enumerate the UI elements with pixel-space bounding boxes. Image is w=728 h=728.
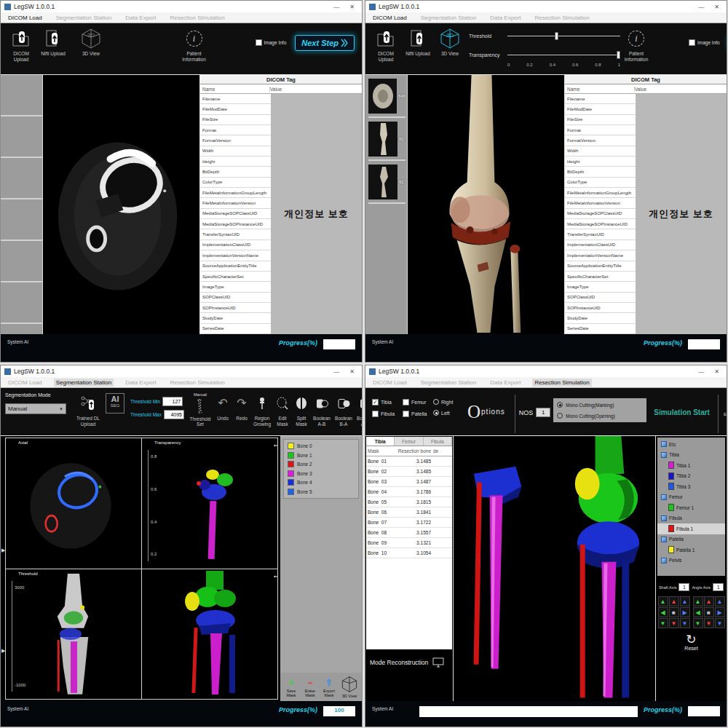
transform-button[interactable]: ◀ [693,607,703,617]
mask-legend-item[interactable]: Bone 5 [288,488,355,495]
menu-item[interactable]: Resection Simulation [167,14,226,22]
view-3d-button[interactable]: 3D View [339,676,360,698]
minimize-button[interactable]: — [695,4,708,10]
right-side-radio[interactable]: Right [433,399,459,405]
transform-button[interactable]: ▲ [715,596,725,606]
shaft-axis-input[interactable] [678,583,689,591]
series-sidebar[interactable]: 646 82 82 [365,75,408,334]
image-info-checkbox[interactable]: Image Info [689,39,720,46]
transform-button[interactable]: ▼ [693,618,703,628]
table-row[interactable]: Bone_10 3.1054 [366,548,452,558]
transform-button[interactable]: ▶ [715,607,725,617]
export-project-button[interactable]: Export Project File [722,397,727,423]
transform-button[interactable]: ▲ [669,596,679,606]
mask-legend-item[interactable]: Bone 4 [288,479,355,486]
nifti-upload-button[interactable]: Nifti Upload [402,28,434,57]
transform-button[interactable]: ▲ [658,596,668,606]
transform-button[interactable]: ▼ [680,618,690,628]
boolean-a-plus-b-button[interactable]: Boolean A+B [355,392,363,427]
threshold-slider[interactable] [507,36,620,36]
series-slot[interactable] [1,158,42,199]
tree-item[interactable]: Fibula 1 [657,523,725,534]
tree-item[interactable]: Tibia 1 [657,460,725,471]
threshold-max-input[interactable] [164,410,184,419]
mask-legend-item[interactable]: Bone 2 [288,461,355,467]
tree-item[interactable]: Patella 1 [657,545,725,555]
mask-legend-item[interactable]: Bone 0 [288,443,355,449]
menu-item[interactable]: Resection Simulation [532,14,591,22]
menu-item[interactable]: Segmentation Station [54,14,114,22]
threshold-min-input[interactable] [162,397,183,406]
patient-information-button[interactable]: i Patient Information [620,28,652,63]
slider-arrow-icon[interactable]: ▶ [1,547,5,553]
left-side-radio[interactable]: Left [433,410,459,416]
tree-item[interactable]: Femur 1 [657,502,725,513]
seg-3d-viewport[interactable] [142,569,277,700]
series-slot[interactable] [1,116,42,158]
nifti-upload-button[interactable]: Nifti Upload [37,28,69,57]
tree-item[interactable]: Tibia 2 [657,471,725,482]
mono-cutting-opening-radio[interactable]: Mono Cutting(Opening) [557,413,643,419]
minimize-button[interactable]: — [330,368,343,375]
menu-item[interactable]: Segmentation Station [419,14,479,22]
minimize-button[interactable]: — [330,4,343,10]
options-label[interactable]: Options [467,402,505,422]
menu-item[interactable]: DICOM Load [371,379,409,387]
mode-reconstruction-button[interactable]: Mode Reconstruction [365,657,453,668]
table-row[interactable]: Bone_01 3.1485 [366,456,452,467]
series-slot[interactable] [1,282,42,324]
menu-item[interactable]: Data Export [123,14,158,22]
patient-information-button[interactable]: i Patient Information [178,28,210,63]
table-row[interactable]: Bone_03 3.1487 [366,477,452,487]
axial-ct-viewport[interactable] [43,75,200,334]
slider-arrow-icon[interactable]: ▶ [1,648,5,654]
transparency-viewport[interactable]: Transparency 0.80.60.40.2 [142,438,277,569]
tree-item[interactable]: Pelvis [657,555,725,566]
mask-legend-item[interactable]: Bone 3 [288,470,355,477]
transparency-slider[interactable] [507,55,620,55]
patella-checkbox[interactable]: Patella [403,411,429,417]
transform-button[interactable]: ▲ [693,596,703,606]
transform-button[interactable]: ▶ [680,607,690,617]
series-slot[interactable] [1,75,42,116]
erase-mask-button[interactable]: − Erase Mask [301,678,319,698]
transform-button[interactable]: ▲ [680,596,690,606]
femur-checkbox[interactable]: Femur [403,399,429,405]
menu-item[interactable]: Data Export [488,14,523,22]
menu-item[interactable]: DICOM Load [6,379,44,387]
tibia-checkbox[interactable]: ✓ Tibia [372,399,398,405]
table-row[interactable]: Bone_07 3.1722 [366,518,452,528]
dicom-upload-button[interactable]: DICOM Upload [370,28,402,63]
table-row[interactable]: Bone_08 3.1557 [366,528,452,538]
close-button[interactable]: ✕ [711,368,723,375]
vertical-slider[interactable] [148,450,149,561]
undo-button[interactable]: ↶ Undo [213,392,232,422]
bone-tab[interactable]: Femur [395,437,423,446]
threshold-viewport[interactable]: Threshold 3000-1000 [6,569,141,700]
image-info-checkbox[interactable]: Image Info [256,39,287,46]
transform-button[interactable]: ▼ [658,618,668,628]
trained-dl-upload-button[interactable]: Trained DL Upload [74,392,103,427]
transform-button[interactable]: ▼ [669,618,679,628]
tree-item[interactable]: Etc [657,439,725,450]
bone-tab[interactable]: Tibia [366,437,395,446]
boolean-b-minus-a-button[interactable]: Boolean B-A [333,392,355,427]
fibula-checkbox[interactable]: Fibula [372,411,398,417]
volume-render-viewport[interactable] [408,75,565,334]
close-button[interactable]: ✕ [711,4,723,10]
tree-item[interactable]: Tibia [657,450,725,461]
axial-seg-viewport[interactable]: Axial [6,438,141,569]
menu-item[interactable]: Resection Simulation [532,379,591,387]
mono-cutting-marking-radio[interactable]: Mono Cutting(Marking) [557,402,643,408]
series-sidebar[interactable] [1,75,43,334]
series-slot[interactable] [1,241,42,282]
close-button[interactable]: ✕ [346,368,358,375]
tree-item[interactable]: Tibia 3 [657,481,725,492]
table-row[interactable]: Bone_02 3.1485 [366,467,452,477]
view-3d-button[interactable]: 3D 3D View [75,28,107,57]
boolean-a-minus-b-button[interactable]: Boolean A-B [311,392,333,427]
table-row[interactable]: Bone_04 3.1786 [366,487,452,497]
simulation-3d-viewport[interactable] [453,436,656,701]
threshold-slider-knob[interactable] [555,32,558,40]
threshold-set-button[interactable]: Manual Threshold Set [187,392,213,427]
